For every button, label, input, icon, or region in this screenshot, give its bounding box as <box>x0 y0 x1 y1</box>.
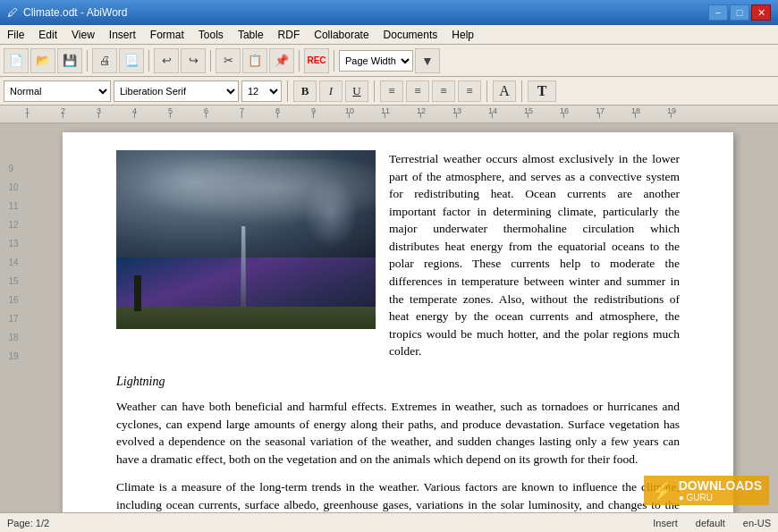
menu-edit[interactable]: Edit <box>31 25 64 44</box>
underline-button[interactable]: U <box>345 80 368 102</box>
ruler-label: 19 <box>667 106 676 115</box>
line-num-18: 18 <box>8 328 18 347</box>
align-left-icon: ≡ <box>388 84 394 98</box>
italic-icon: I <box>329 84 333 98</box>
ruler-label: 3 <box>97 106 101 115</box>
line-num-16: 16 <box>8 291 18 309</box>
track-icon: REC <box>307 55 326 65</box>
menu-rdf[interactable]: RDF <box>271 25 308 44</box>
paragraph-1: Terrestrial weather occurs almost exclus… <box>389 150 680 360</box>
cut-button[interactable]: ✂ <box>216 48 241 73</box>
lang-status: en-US <box>743 518 771 528</box>
font-select[interactable]: Liberation Serif Arial Times New Roman <box>114 80 239 102</box>
save-button[interactable]: 💾 <box>57 48 82 73</box>
italic-button[interactable]: I <box>319 80 342 102</box>
ruler-label: 2 <box>61 106 65 115</box>
ruler-label: 1 <box>25 106 30 115</box>
align-justify-button[interactable]: ≡ <box>458 80 481 102</box>
separator-fmt-3 <box>486 80 487 102</box>
align-right-icon: ≡ <box>440 84 446 98</box>
bold-icon: B <box>301 84 309 98</box>
print-icon: 🖨 <box>99 54 111 67</box>
statusbar-right: Insert default en-US <box>653 518 771 528</box>
titlebar: 🖊 Climate.odt - AbiWord − □ ✕ <box>0 0 778 25</box>
undo-button[interactable]: ↩ <box>154 48 179 73</box>
chevron-down-icon: ▼ <box>421 54 434 68</box>
paste-button[interactable]: 📌 <box>269 48 294 73</box>
zoom-select[interactable]: Page Width 100% 75% <box>339 50 413 72</box>
content-block-1: Terrestrial weather occurs almost exclus… <box>116 150 680 360</box>
paragraph-weather: Weather can have both beneficial and har… <box>116 398 680 468</box>
ruler-label: 15 <box>524 106 533 115</box>
cut-icon: ✂ <box>224 54 233 67</box>
line-num-9: 9 <box>8 159 18 178</box>
ruler-label: 17 <box>596 106 605 115</box>
redo-button[interactable]: ↪ <box>181 48 206 73</box>
menu-help[interactable]: Help <box>444 25 481 44</box>
default-status: default <box>696 518 725 528</box>
separator-1 <box>87 50 88 72</box>
align-left-button[interactable]: ≡ <box>380 80 403 102</box>
save-icon: 💾 <box>63 54 77 67</box>
print-button[interactable]: 🖨 <box>92 48 117 73</box>
separator-4 <box>299 50 300 72</box>
copy-button[interactable]: 📋 <box>242 48 267 73</box>
font-size-select[interactable]: 12 10 14 <box>241 80 282 102</box>
ruler-label: 14 <box>488 106 497 115</box>
menu-view[interactable]: View <box>64 25 102 44</box>
line-num-13: 13 <box>8 234 18 253</box>
align-justify-icon: ≡ <box>466 84 472 98</box>
menu-file[interactable]: File <box>0 25 31 44</box>
line-numbers: 9 10 11 12 13 14 15 16 17 18 19 <box>0 123 27 512</box>
window-title: Climate.odt - AbiWord <box>23 6 128 19</box>
text-size-button[interactable]: T <box>528 80 556 102</box>
ruler: 1 2 3 4 5 6 7 8 9 10 11 12 13 14 15 16 1… <box>0 106 778 123</box>
paste-icon: 📌 <box>275 54 289 67</box>
menu-tools[interactable]: Tools <box>191 25 231 44</box>
zoom-dropdown-button[interactable]: ▼ <box>415 48 440 73</box>
ruler-label: 18 <box>631 106 640 115</box>
ground <box>116 307 376 329</box>
separator-2 <box>148 50 149 72</box>
separator-3 <box>210 50 211 72</box>
document-area[interactable]: Terrestrial weather occurs almost exclus… <box>27 123 778 512</box>
document-page: Terrestrial weather occurs almost exclus… <box>63 132 733 512</box>
print-preview-button[interactable]: 📃 <box>119 48 144 73</box>
separator-fmt-4 <box>521 80 522 102</box>
open-button[interactable]: 📂 <box>30 48 55 73</box>
ruler-label: 9 <box>311 106 316 115</box>
main-area: 9 10 11 12 13 14 15 16 17 18 19 <box>0 123 778 512</box>
ruler-label: 4 <box>132 106 137 115</box>
margin-numbers: 9 10 11 12 13 14 15 16 17 18 19 <box>8 159 18 366</box>
menu-format[interactable]: Format <box>143 25 191 44</box>
line-num-19: 19 <box>8 347 18 366</box>
tornado-shape <box>241 226 246 307</box>
titlebar-left: 🖊 Climate.odt - AbiWord <box>7 6 128 19</box>
line-num-12: 12 <box>8 215 18 234</box>
align-center-icon: ≡ <box>414 84 420 98</box>
close-button[interactable]: ✕ <box>751 4 771 21</box>
line-num-15: 15 <box>8 272 18 291</box>
undo-icon: ↩ <box>162 54 172 67</box>
ruler-label: 5 <box>168 106 173 115</box>
bold-button[interactable]: B <box>293 80 317 102</box>
new-button[interactable]: 📄 <box>4 48 29 73</box>
line-num-10: 10 <box>8 178 18 197</box>
maximize-button[interactable]: □ <box>730 4 749 21</box>
align-center-button[interactable]: ≡ <box>406 80 429 102</box>
menu-documents[interactable]: Documents <box>376 25 445 44</box>
minimize-button[interactable]: − <box>708 4 728 21</box>
style-select[interactable]: Normal Heading 1 Heading 2 <box>4 80 111 102</box>
ruler-inner: 1 2 3 4 5 6 7 8 9 10 11 12 13 14 15 16 1… <box>0 106 778 122</box>
align-right-button[interactable]: ≡ <box>432 80 455 102</box>
line-num-17: 17 <box>8 309 18 328</box>
menu-insert[interactable]: Insert <box>102 25 143 44</box>
menu-collaborate[interactable]: Collaborate <box>307 25 376 44</box>
ruler-label: 12 <box>417 106 426 115</box>
menu-table[interactable]: Table <box>231 25 271 44</box>
copy-icon: 📋 <box>248 54 262 67</box>
color-button[interactable]: A <box>493 80 516 102</box>
print-preview-icon: 📃 <box>124 54 139 67</box>
separator-fmt-2 <box>374 80 375 102</box>
track-changes-button[interactable]: REC <box>304 48 329 73</box>
